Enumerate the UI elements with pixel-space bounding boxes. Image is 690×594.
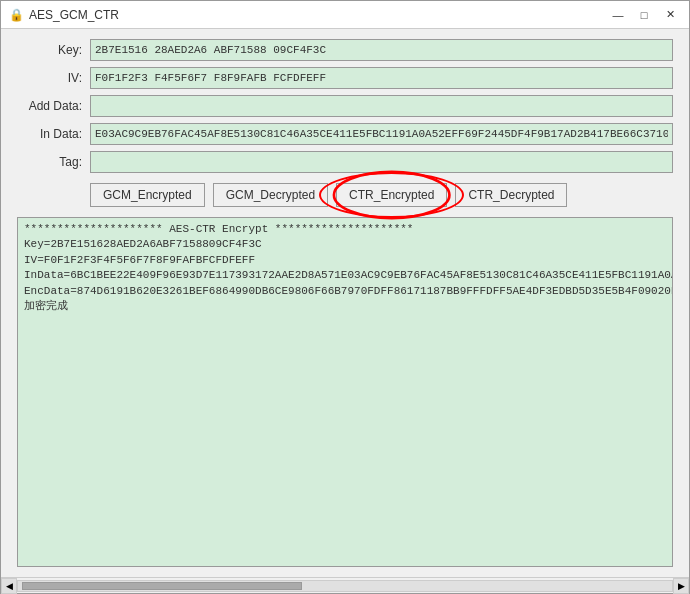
content-area: Key: IV: Add Data: In Data: Tag: GCM_Enc… <box>1 29 689 577</box>
buttons-row: GCM_Encrypted GCM_Decrypted CTR_Encrypte… <box>17 183 673 207</box>
output-line: ********************* AES-CTR Encrypt **… <box>24 222 666 237</box>
iv-label: IV: <box>17 71 82 85</box>
main-window: 🔒 AES_GCM_CTR — □ ✕ Key: IV: Add Data: I… <box>0 0 690 594</box>
minimize-button[interactable]: — <box>607 6 629 24</box>
key-input[interactable] <box>90 39 673 61</box>
scrollbar-thumb[interactable] <box>22 582 302 590</box>
ctr-decrypt-button[interactable]: CTR_Decrypted <box>455 183 567 207</box>
scrollbar-track <box>17 580 673 592</box>
adddata-input[interactable] <box>90 95 673 117</box>
title-bar-left: 🔒 AES_GCM_CTR <box>9 8 119 22</box>
iv-input[interactable] <box>90 67 673 89</box>
key-row: Key: <box>17 39 673 61</box>
gcm-decrypt-button[interactable]: GCM_Decrypted <box>213 183 328 207</box>
output-line: EncData=874D6191B620E3261BEF6864990DB6CE… <box>24 284 666 299</box>
tag-row: Tag: <box>17 151 673 173</box>
adddata-row: Add Data: <box>17 95 673 117</box>
title-bar: 🔒 AES_GCM_CTR — □ ✕ <box>1 1 689 29</box>
tag-label: Tag: <box>17 155 82 169</box>
indata-row: In Data: <box>17 123 673 145</box>
output-line: Key=2B7E151628AED2A6ABF7158809CF4F3C <box>24 237 666 252</box>
indata-label: In Data: <box>17 127 82 141</box>
close-button[interactable]: ✕ <box>659 6 681 24</box>
indata-input[interactable] <box>90 123 673 145</box>
horizontal-scrollbar: ◀ ▶ <box>1 577 689 593</box>
adddata-label: Add Data: <box>17 99 82 113</box>
gcm-encrypt-button[interactable]: GCM_Encrypted <box>90 183 205 207</box>
maximize-button[interactable]: □ <box>633 6 655 24</box>
output-line: IV=F0F1F2F3F4F5F6F7F8F9FAFBFCFDFEFF <box>24 253 666 268</box>
window-controls: — □ ✕ <box>607 6 681 24</box>
iv-row: IV: <box>17 67 673 89</box>
app-icon: 🔒 <box>9 8 23 22</box>
window-title: AES_GCM_CTR <box>29 8 119 22</box>
tag-input[interactable] <box>90 151 673 173</box>
output-line: 加密完成 <box>24 299 666 314</box>
ctr-encrypt-button[interactable]: CTR_Encrypted <box>336 183 447 207</box>
key-label: Key: <box>17 43 82 57</box>
output-line: InData=6BC1BEE22E409F96E93D7E117393172AA… <box>24 268 666 283</box>
scroll-right-arrow[interactable]: ▶ <box>673 578 689 594</box>
scroll-left-arrow[interactable]: ◀ <box>1 578 17 594</box>
output-area[interactable]: ********************* AES-CTR Encrypt **… <box>17 217 673 567</box>
